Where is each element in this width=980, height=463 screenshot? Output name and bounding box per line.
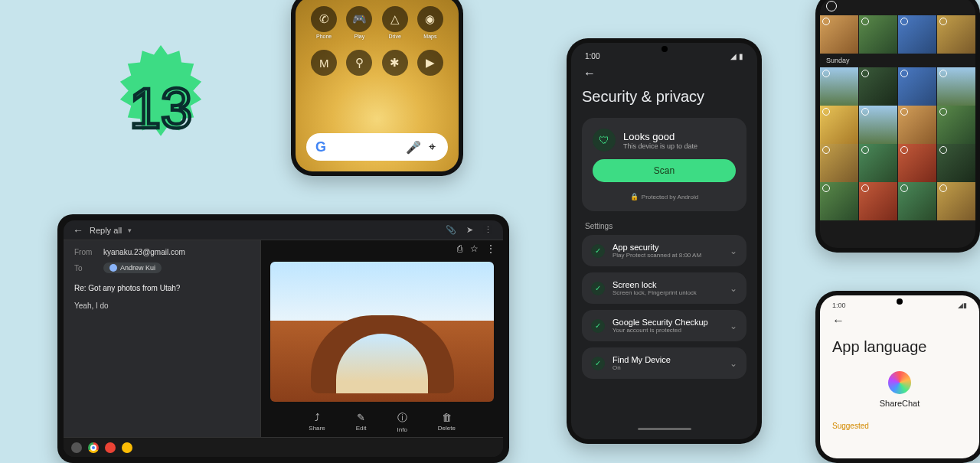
settings-heading: Settings [585, 222, 746, 230]
clock: 1:00 [585, 52, 599, 60]
status-subtitle: This device is up to date [623, 142, 697, 150]
status-title: Looks good [623, 131, 697, 142]
lens-icon[interactable]: ⌖ [425, 140, 439, 154]
email-body[interactable]: Yeah, I do [74, 302, 250, 310]
maps-icon[interactable]: ◉ [417, 6, 443, 32]
recipient-chip[interactable]: Andrew Kui [103, 262, 162, 273]
launcher-icon[interactable] [71, 442, 82, 453]
attach-icon[interactable]: 📎 [445, 225, 457, 235]
back-arrow-icon[interactable]: ← [832, 314, 967, 328]
dropdown-icon[interactable]: ▾ [128, 227, 132, 234]
app-shelf-icon[interactable] [122, 442, 132, 453]
more-icon[interactable]: ⋮ [482, 225, 494, 235]
share-button[interactable]: ⤴Share [309, 412, 325, 432]
photo-thumb[interactable] [937, 106, 975, 144]
phone-homescreen: ✆Phone 🎮Play △Drive ◉Maps M ⚲ ✱ ▶ G 🎤 ⌖ [291, 0, 463, 176]
gmail-shelf-icon[interactable] [105, 442, 116, 453]
photo-thumb[interactable] [898, 15, 936, 54]
chromeos-shelf [64, 437, 503, 457]
app-name: ShareChat [880, 399, 920, 408]
signal-icon: ▮ [739, 52, 743, 60]
phone-icon[interactable]: ✆ [311, 6, 337, 32]
photo-thumb[interactable] [937, 182, 975, 220]
phone-photos: Sunday [815, 0, 980, 253]
delete-button[interactable]: 🗑Delete [438, 412, 456, 432]
camera-notch [897, 298, 903, 305]
tablet-device: ← Reply all ▾ 📎 ➤ ⋮ From kyanaku.23@gmai… [57, 214, 509, 463]
photo-thumb[interactable] [937, 67, 975, 106]
suggested-heading: Suggested [832, 422, 967, 430]
chevron-down-icon: ⌄ [730, 321, 737, 331]
drive-icon[interactable]: △ [382, 6, 408, 32]
google-logo: G [315, 139, 326, 155]
lock-icon: 🔒 [630, 193, 639, 201]
tablet-header: ← Reply all ▾ 📎 ➤ ⋮ [64, 220, 503, 240]
photo-thumb[interactable] [937, 144, 975, 182]
shield-icon: 🛡 [593, 129, 616, 152]
setting-app-security[interactable]: ✓ App securityPlay Protect scanned at 8:… [582, 235, 746, 266]
setting-screen-lock[interactable]: ✓ Screen lockScreen lock, Fingerprint un… [582, 272, 746, 304]
photo-thumb[interactable] [898, 182, 936, 220]
edit-button[interactable]: ✎Edit [356, 412, 367, 432]
from-label: From [74, 248, 97, 256]
photo-thumb[interactable] [820, 67, 858, 106]
sharechat-icon [888, 371, 911, 394]
photo-thumb[interactable] [820, 106, 858, 144]
photo-thumb[interactable] [859, 67, 897, 106]
photo-thumb[interactable] [898, 67, 936, 106]
chrome-icon[interactable] [88, 442, 99, 453]
page-title: Security & privacy [582, 88, 746, 106]
send-icon[interactable]: ➤ [463, 225, 475, 235]
email-compose-pane: From kyanaku.23@gmail.com To Andrew Kui … [64, 240, 261, 437]
gmail-icon[interactable]: M [311, 50, 337, 76]
svg-text:13: 13 [129, 77, 192, 140]
wifi-icon: ◢ [730, 52, 737, 60]
signal-icon: ◢▮ [958, 302, 967, 309]
clock: 1:00 [832, 302, 846, 309]
photos-icon[interactable]: ✱ [382, 50, 408, 76]
android-13-badge: 13 13 [92, 38, 230, 176]
more-icon[interactable]: ⋮ [486, 243, 495, 254]
youtube-icon[interactable]: ▶ [417, 50, 443, 76]
protected-label: 🔒Protected by Android [630, 193, 698, 201]
to-label: To [74, 264, 97, 272]
photo-thumb[interactable] [859, 144, 897, 182]
photo-thumb[interactable] [937, 15, 975, 54]
photo-arch[interactable] [270, 262, 494, 402]
mic-icon[interactable]: 🎤 [407, 140, 420, 154]
phone-app-language: 1:00 ◢▮ ← App language ShareChat Suggest… [815, 291, 980, 463]
photo-thumb[interactable] [898, 106, 936, 144]
photo-thumb[interactable] [859, 182, 897, 220]
photo-thumb[interactable] [859, 106, 897, 144]
email-subject: Re: Got any photos from Utah? [74, 284, 250, 292]
back-arrow-icon[interactable]: ← [73, 224, 83, 236]
gesture-bar[interactable] [638, 428, 691, 430]
check-icon: ✓ [591, 319, 605, 333]
pin-icon[interactable]: ⚲ [346, 50, 372, 76]
chevron-down-icon: ⌄ [730, 246, 737, 256]
photo-thumb[interactable] [859, 15, 897, 54]
chevron-down-icon: ⌄ [730, 283, 737, 294]
photo-thumb[interactable] [820, 182, 858, 220]
security-status-card: 🛡 Looks good This device is up to date S… [582, 118, 746, 211]
photo-thumb[interactable] [820, 15, 858, 54]
page-title: App language [832, 338, 967, 356]
setting-find-my-device[interactable]: ✓ Find My DeviceOn ⌄ [582, 347, 746, 379]
star-icon[interactable]: ☆ [470, 243, 479, 254]
check-icon: ✓ [591, 357, 605, 370]
photos-selection-bar [820, 0, 975, 15]
scan-button[interactable]: Scan [593, 159, 736, 182]
info-button[interactable]: ⓘInfo [397, 411, 407, 433]
check-icon: ✓ [591, 244, 605, 258]
photo-thumb[interactable] [820, 144, 858, 182]
photo-viewer-pane: ⎙ ☆ ⋮ ⤴Share ✎Edit ⓘInfo 🗑Delete [261, 240, 503, 437]
phone-security: 1:00 ◢▮ ← Security & privacy 🛡 Looks goo… [567, 38, 762, 444]
setting-google-checkup[interactable]: ✓ Google Security CheckupYour account is… [582, 310, 746, 341]
photo-thumb[interactable] [898, 144, 936, 182]
day-header: Sunday [820, 54, 975, 67]
game-icon[interactable]: 🎮 [346, 6, 372, 32]
select-all-icon[interactable] [826, 1, 837, 11]
google-search-bar[interactable]: G 🎤 ⌖ [306, 133, 448, 161]
cast-icon[interactable]: ⎙ [457, 243, 462, 254]
back-arrow-icon[interactable]: ← [583, 67, 746, 80]
